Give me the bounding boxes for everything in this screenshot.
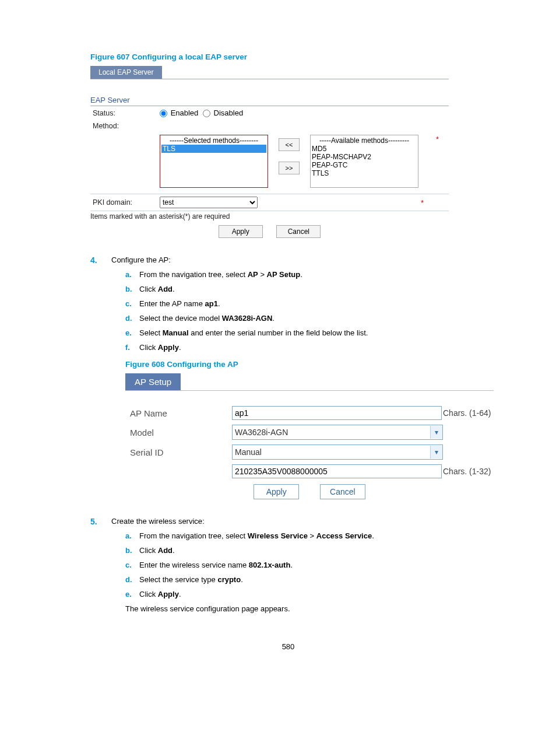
available-method-peap-gtc[interactable]: PEAP-GTC bbox=[312, 161, 417, 169]
step-4e: e.Select Manual and enter the serial num… bbox=[125, 328, 486, 337]
step-5c-post: . bbox=[290, 561, 293, 569]
step-5e-b1: Apply bbox=[158, 590, 179, 598]
step-4d-b1: WA3628i-AGN bbox=[222, 314, 273, 323]
step-4f-post: . bbox=[179, 343, 181, 352]
step-5: 5. Create the wireless service: a.From t… bbox=[90, 517, 486, 613]
selected-methods-header: ------Selected methods-------- bbox=[161, 136, 266, 145]
step-4a-b2: AP Setup bbox=[267, 270, 301, 279]
step-5a: a.From the navigation tree, select Wirel… bbox=[125, 531, 486, 540]
available-methods-box[interactable]: -----Available methods--------- MD5 PEAP… bbox=[310, 135, 418, 188]
step-4d-num: d. bbox=[125, 314, 132, 323]
step-5d-pre: Select the service type bbox=[139, 575, 217, 584]
ap-name-input[interactable] bbox=[232, 406, 442, 420]
serial-hint: Chars. (1-32) bbox=[443, 467, 491, 476]
pki-domain-select[interactable]: test bbox=[160, 197, 258, 208]
serial-id-select[interactable]: Manual ▾ bbox=[232, 444, 443, 460]
pki-domain-label: PKI domain: bbox=[90, 198, 160, 206]
step-5c: c.Enter the wireless service name 802.1x… bbox=[125, 561, 486, 569]
step-4b-post: . bbox=[173, 285, 175, 293]
figure-608-title: Figure 608 Configuring the AP bbox=[125, 360, 486, 369]
step-4c-num: c. bbox=[125, 299, 132, 308]
step-4d-post: . bbox=[272, 314, 275, 323]
required-star-2: * bbox=[421, 198, 424, 207]
cancel-button[interactable]: Cancel bbox=[276, 225, 321, 238]
step-4b: b.Click Add. bbox=[125, 285, 486, 293]
step-4f-b1: Apply bbox=[158, 343, 179, 352]
step-4c-post: . bbox=[218, 299, 220, 308]
chevron-down-icon: ▾ bbox=[430, 426, 442, 439]
enabled-radio-input[interactable] bbox=[160, 110, 167, 117]
step-5c-pre: Enter the wireless service name bbox=[139, 561, 249, 569]
step-5a-pre: From the navigation tree, select bbox=[139, 531, 248, 540]
model-select[interactable]: WA3628i-AGN ▾ bbox=[232, 425, 443, 440]
status-label: Status: bbox=[90, 109, 160, 117]
eap-server-section: EAP Server bbox=[90, 96, 449, 106]
chevron-down-icon: ▾ bbox=[430, 446, 442, 459]
required-note: Items marked with an asterisk(*) are req… bbox=[90, 211, 449, 220]
move-right-button[interactable]: >> bbox=[279, 162, 300, 174]
ap-name-hint: Chars. (1-64) bbox=[443, 408, 491, 418]
local-eap-server-tab[interactable]: Local EAP Server bbox=[90, 66, 162, 79]
available-method-ttls[interactable]: TTLS bbox=[312, 169, 417, 177]
enabled-radio[interactable]: Enabled bbox=[160, 108, 198, 117]
step-4d-pre: Select the device model bbox=[139, 314, 222, 323]
step-4f-pre: Click bbox=[139, 343, 158, 352]
available-method-peap-mschapv2[interactable]: PEAP-MSCHAPV2 bbox=[312, 153, 417, 161]
step-4f-num: f. bbox=[125, 343, 130, 352]
step-5d-b1: crypto bbox=[217, 575, 241, 584]
step-4b-b1: Add bbox=[158, 285, 173, 293]
selected-methods-box[interactable]: ------Selected methods-------- TLS bbox=[160, 135, 268, 188]
step-5b-num: b. bbox=[125, 546, 132, 555]
step-4a-mid: > bbox=[258, 270, 267, 279]
figure-607-title: Figure 607 Configuring a local EAP serve… bbox=[90, 52, 486, 61]
step-4: 4. Configure the AP: a.From the navigati… bbox=[90, 256, 486, 499]
step-4a-b1: AP bbox=[248, 270, 258, 279]
disabled-radio-input[interactable] bbox=[203, 110, 210, 117]
required-star: * bbox=[436, 135, 439, 144]
serial-id-label: Serial ID bbox=[125, 447, 232, 457]
cancel-button[interactable]: Cancel bbox=[320, 484, 365, 499]
step-5a-num: a. bbox=[125, 531, 132, 540]
step-5c-num: c. bbox=[125, 561, 132, 569]
step-5b-post: . bbox=[173, 546, 175, 555]
step-5d-num: d. bbox=[125, 575, 132, 584]
move-left-button[interactable]: << bbox=[279, 138, 300, 151]
status-radio-group: Enabled Disabled bbox=[160, 108, 243, 117]
figure-607-screenshot: Local EAP Server EAP Server Status: Enab… bbox=[90, 66, 449, 238]
step-4a-post: . bbox=[300, 270, 302, 279]
figure-608-screenshot: AP Setup AP Name Chars. (1-64) Model WA3… bbox=[125, 373, 494, 499]
step-4e-pre: Select bbox=[139, 328, 163, 337]
step-5a-mid: > bbox=[308, 531, 316, 540]
step-4d: d.Select the device model WA3628i-AGN. bbox=[125, 314, 486, 323]
step-5c-b1: 802.1x-auth bbox=[249, 561, 291, 569]
step-5e-post: . bbox=[179, 590, 181, 598]
step-5e-pre: Click bbox=[139, 590, 158, 598]
step-5e-num: e. bbox=[125, 590, 132, 598]
step-5d-post: . bbox=[241, 575, 243, 584]
selected-method-tls[interactable]: TLS bbox=[161, 145, 266, 153]
step-5-number: 5. bbox=[90, 517, 97, 526]
step-5e: e.Click Apply. bbox=[125, 590, 486, 598]
disabled-radio[interactable]: Disabled bbox=[203, 108, 243, 117]
available-method-md5[interactable]: MD5 bbox=[312, 145, 417, 153]
method-label: Method: bbox=[90, 122, 160, 130]
model-label: Model bbox=[125, 428, 232, 438]
step-4c: c.Enter the AP name ap1. bbox=[125, 299, 486, 308]
serial-id-select-value: Manual bbox=[235, 447, 262, 457]
apply-button[interactable]: Apply bbox=[254, 484, 299, 499]
page-number: 580 bbox=[90, 642, 486, 651]
model-select-value: WA3628i-AGN bbox=[235, 428, 288, 437]
ap-setup-tab[interactable]: AP Setup bbox=[125, 373, 181, 390]
apply-button[interactable]: Apply bbox=[219, 225, 263, 238]
step-4e-num: e. bbox=[125, 328, 132, 337]
step-4-intro: Configure the AP: bbox=[111, 256, 171, 264]
serial-number-input[interactable] bbox=[232, 464, 442, 478]
step-4f: f.Click Apply. bbox=[125, 343, 486, 352]
step-5a-b2: Access Service bbox=[316, 531, 372, 540]
step-5b: b.Click Add. bbox=[125, 546, 486, 555]
ap-name-label: AP Name bbox=[125, 408, 232, 418]
step-4b-pre: Click bbox=[139, 285, 158, 293]
step-4e-b1: Manual bbox=[163, 328, 189, 337]
step-5a-b1: Wireless Service bbox=[248, 531, 308, 540]
step-5b-pre: Click bbox=[139, 546, 158, 555]
